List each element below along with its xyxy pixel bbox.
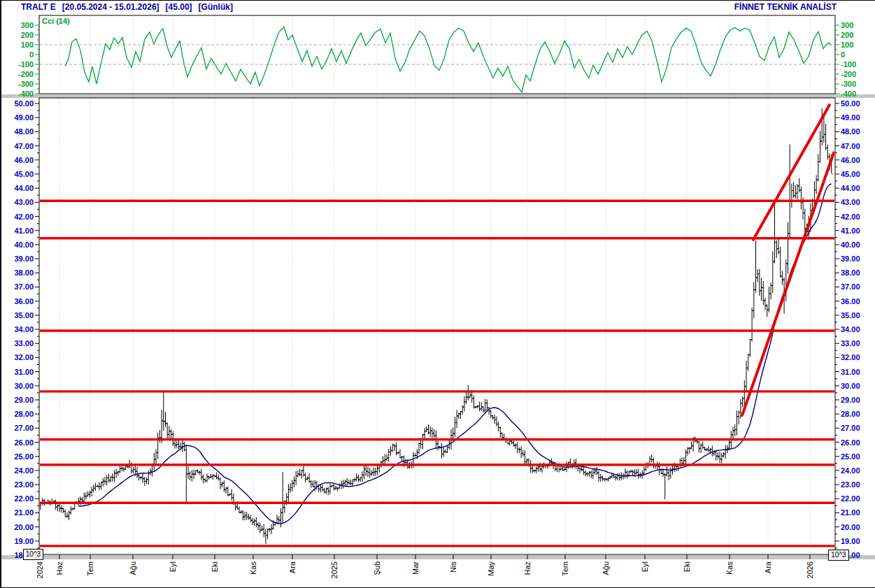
price-y-label: 35.00 [841, 311, 860, 320]
price-y-label: 36.00 [841, 297, 860, 306]
price-y-label: 37.00 [14, 282, 34, 291]
price-y-label: 20.00 [841, 523, 860, 531]
price-y-label: 21.00 [841, 508, 860, 517]
cci-y-label: 200 [21, 31, 34, 39]
x-month-label: Ağu [129, 561, 137, 575]
cci-y-label: -100 [18, 60, 34, 69]
x-month-label: Nis [449, 561, 457, 573]
cci-y-label: 0 [29, 50, 34, 59]
support-resistance-lines [40, 201, 834, 546]
x-month-label: Tem [561, 561, 569, 576]
cci-y-label: -300 [18, 80, 34, 88]
price-y-label: 35.00 [14, 311, 34, 320]
x-month-label: Haz [523, 561, 532, 575]
price-y-label: 46.00 [841, 156, 860, 164]
title-bar: TRALT E[20.05.2024 - 15.01.2026][45.00][… [0, 0, 875, 14]
price-y-label: 32.00 [14, 353, 34, 361]
x-month-label: Kas [725, 561, 734, 575]
x-month-label: Eyl [641, 561, 649, 572]
x-month-label: May [487, 561, 495, 576]
price-y-label: 25.00 [14, 452, 34, 461]
price-y-label: 24.00 [841, 466, 860, 475]
app-brand: FİNNET TEKNİK ANALİST [734, 2, 837, 12]
cci-legend: Cci (14) [42, 17, 70, 25]
price-y-label: 31.00 [14, 368, 34, 376]
price-y-label: 23.00 [14, 480, 34, 489]
x-month-label: Mar [411, 561, 420, 575]
price-y-label: 43.00 [14, 198, 34, 206]
price-y-label: 49.00 [14, 113, 34, 122]
price-y-label: 29.00 [14, 396, 34, 404]
price-y-label: 44.00 [14, 184, 34, 192]
price-y-label: 37.00 [841, 282, 860, 291]
cci-y-label: -400 [841, 89, 856, 98]
price-panel-border [39, 98, 835, 554]
x-month-label: Ağu [602, 561, 610, 575]
price-y-label: 28.00 [841, 410, 860, 418]
symbol-label: TRALT E [21, 2, 56, 12]
price-y-label: 31.00 [841, 368, 860, 376]
price-y-label: 42.00 [841, 213, 860, 221]
cci-y-label: 100 [841, 41, 853, 49]
price-y-label: 40.00 [841, 241, 860, 249]
left-scale-multiplier-box: 10^3 [23, 549, 43, 560]
price-y-label: 32.00 [841, 353, 860, 361]
cci-y-label: 300 [21, 21, 34, 29]
cci-axis-labels: 30030020020010010000-100-100-200-200-300… [18, 21, 856, 98]
price-y-label: 29.00 [841, 396, 860, 404]
moving-average-line [78, 184, 832, 524]
price-y-label: 48.00 [14, 127, 34, 136]
price-y-label: 45.00 [14, 170, 34, 178]
price-y-label: 23.00 [841, 480, 860, 489]
price-y-label: 20.00 [14, 523, 34, 531]
price-y-label: 19.00 [14, 537, 34, 545]
price-y-label: 28.00 [14, 410, 34, 418]
price-y-label: 38.00 [14, 268, 34, 277]
price-axis-ticks [35, 103, 839, 555]
cci-axis-ticks [35, 25, 839, 94]
x-month-label: Ara [288, 561, 297, 573]
price-y-label: 33.00 [841, 339, 860, 347]
panel-separator-band [0, 94, 875, 98]
price-y-label: 26.00 [14, 438, 34, 447]
x-month-label: Eki [683, 561, 691, 572]
bottom-separator-band [0, 555, 875, 559]
price-y-label: 49.00 [841, 113, 860, 122]
x-month-label: 2025 [330, 561, 339, 578]
price-y-label: 44.00 [841, 184, 860, 192]
cci-panel-border [39, 15, 835, 94]
price-y-label: 34.00 [14, 325, 34, 334]
price-y-label: 22.00 [14, 494, 34, 503]
cci-y-label: 100 [21, 41, 34, 49]
cci-y-label: -300 [841, 80, 856, 88]
price-y-label: 21.00 [14, 508, 34, 517]
price-y-label: 30.00 [14, 382, 34, 390]
price-y-label: 47.00 [14, 142, 34, 150]
price-y-label: 43.00 [841, 198, 860, 206]
x-month-label: 2026 [806, 561, 814, 578]
x-month-label: Kas [249, 561, 257, 575]
cci-y-label: -200 [18, 70, 34, 78]
x-axis-labels: 2024HazTemAğuEylEkiKasAra2025ŞubMarNisMa… [36, 561, 814, 578]
price-y-label: 41.00 [14, 227, 34, 235]
right-scale-multiplier-box: 10^3 [828, 550, 849, 561]
cci-line [65, 27, 832, 92]
price-y-label: 27.00 [841, 424, 860, 432]
price-y-label: 27.00 [14, 424, 34, 432]
technical-analysis-chart[interactable]: 30030020020010010000-100-100-200-200-300… [0, 0, 875, 588]
price-ohlc-bars [39, 108, 833, 544]
x-month-label: Eki [211, 561, 219, 572]
price-y-label: 40.00 [14, 241, 34, 249]
cci-y-label: 200 [841, 31, 853, 39]
x-month-label: 2024 [36, 561, 44, 578]
price-y-label: 50.00 [14, 99, 34, 108]
last-value-label: [45.00] [166, 2, 192, 12]
price-y-label: 30.00 [841, 382, 860, 390]
cci-guide-lines [40, 45, 834, 64]
price-axis-labels: 50.0050.0049.0049.0048.0048.0047.0047.00… [14, 99, 860, 559]
cci-y-label: -200 [841, 70, 856, 78]
cci-y-label: -400 [18, 89, 34, 98]
price-y-label: 45.00 [841, 170, 860, 178]
price-y-label: 48.00 [841, 127, 860, 136]
price-y-label: 33.00 [14, 339, 34, 347]
